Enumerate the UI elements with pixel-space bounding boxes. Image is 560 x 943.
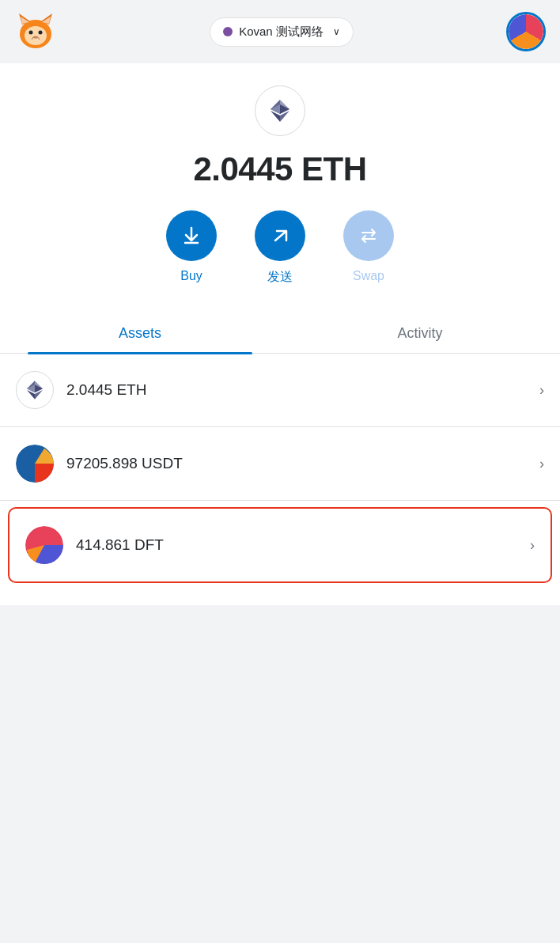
app-header: Kovan 测试网络 ∨ <box>0 0 560 63</box>
send-icon-circle <box>255 210 305 261</box>
asset-item-dft[interactable]: 414.861 DFT › <box>8 507 552 583</box>
avatar-graphic <box>509 14 543 49</box>
buy-download-icon <box>180 225 202 247</box>
network-status-dot <box>223 27 233 36</box>
ethereum-icon <box>266 97 294 125</box>
swap-button-wrapper[interactable]: Swap <box>343 210 394 286</box>
asset-list: 2.0445 ETH › 97205.898 USDT › <box>0 354 560 583</box>
svg-point-8 <box>33 36 38 39</box>
buy-label: Buy <box>180 269 202 283</box>
usdt-icon-graphic <box>16 445 54 483</box>
buy-icon-circle <box>166 210 217 261</box>
network-chevron-icon: ∨ <box>333 26 340 37</box>
metamask-logo <box>14 10 57 53</box>
swap-label: Swap <box>353 269 384 283</box>
swap-arrows-icon <box>358 225 380 247</box>
tab-assets[interactable]: Assets <box>0 314 280 353</box>
wallet-balance: 2.0445 ETH <box>0 147 560 210</box>
send-label: 发送 <box>267 269 293 286</box>
asset-item-eth[interactable]: 2.0445 ETH › <box>0 354 560 427</box>
eth-icon-small <box>23 378 47 402</box>
main-tabs: Assets Activity <box>0 314 560 354</box>
send-button-wrapper[interactable]: 发送 <box>255 210 305 286</box>
eth-logo-circle <box>255 85 305 136</box>
eth-token-icon <box>16 371 54 409</box>
svg-point-7 <box>39 31 43 35</box>
action-buttons-row: Buy 发送 Swap <box>0 210 560 314</box>
send-arrow-icon <box>269 225 291 247</box>
tab-activity[interactable]: Activity <box>280 314 560 353</box>
usdt-row-chevron: › <box>539 456 544 472</box>
eth-icon-wrapper <box>0 63 560 147</box>
buy-button-wrapper[interactable]: Buy <box>166 210 217 286</box>
dft-token-icon <box>25 526 63 564</box>
account-avatar[interactable] <box>506 12 546 51</box>
swap-icon-circle <box>343 210 394 261</box>
eth-token-balance: 2.0445 ETH <box>66 381 539 399</box>
network-name: Kovan 测试网络 <box>239 25 324 40</box>
svg-point-5 <box>25 26 47 45</box>
asset-item-usdt[interactable]: 97205.898 USDT › <box>0 427 560 501</box>
usdt-token-icon <box>16 445 54 483</box>
usdt-token-balance: 97205.898 USDT <box>66 455 539 472</box>
svg-point-6 <box>29 31 33 35</box>
dft-row-chevron: › <box>530 537 535 554</box>
eth-row-chevron: › <box>539 382 544 399</box>
network-selector[interactable]: Kovan 测试网络 ∨ <box>210 17 354 47</box>
main-content: 2.0445 ETH Buy 发送 <box>0 63 560 605</box>
dft-token-balance: 414.861 DFT <box>76 536 530 554</box>
dft-icon-graphic <box>25 526 63 564</box>
